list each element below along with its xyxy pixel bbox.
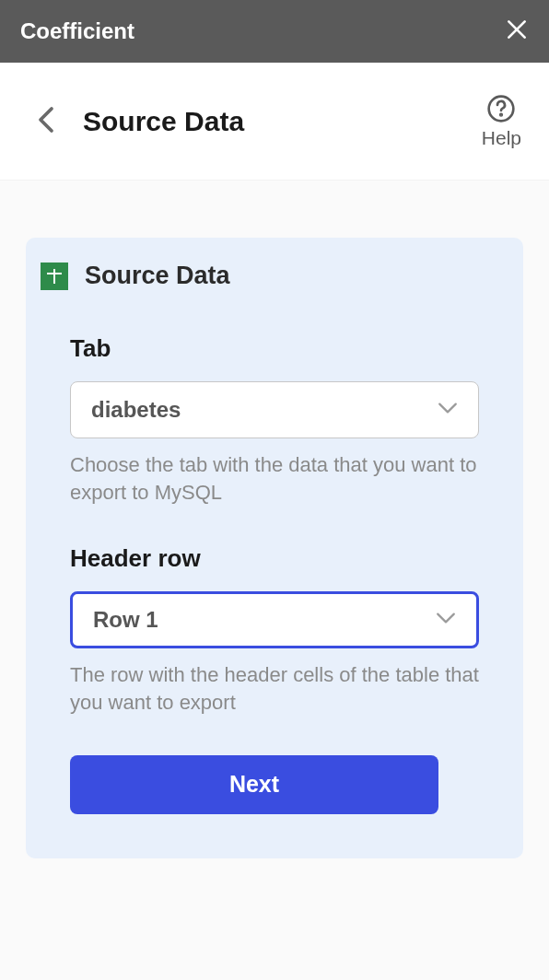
close-icon[interactable] bbox=[505, 18, 529, 45]
help-button[interactable]: Help bbox=[482, 94, 521, 149]
tab-helper-text: Choose the tab with the data that you wa… bbox=[70, 451, 479, 506]
back-icon[interactable] bbox=[37, 106, 55, 137]
next-button-label: Next bbox=[229, 771, 279, 798]
help-label: Help bbox=[482, 127, 521, 149]
tab-select-value: diabetes bbox=[91, 397, 181, 423]
tab-select[interactable]: diabetes bbox=[70, 381, 479, 438]
tab-label: Tab bbox=[70, 334, 479, 363]
next-button[interactable]: Next bbox=[70, 755, 438, 814]
header-row-helper-text: The row with the header cells of the tab… bbox=[70, 661, 479, 716]
card-title: Source Data bbox=[85, 262, 230, 290]
source-data-card: Source Data Tab diabetes Choose the tab … bbox=[26, 238, 523, 858]
header-row-select-value: Row 1 bbox=[93, 607, 158, 633]
chevron-down-icon bbox=[438, 402, 458, 418]
card-header: Source Data bbox=[41, 262, 479, 290]
page-header: Source Data Help bbox=[0, 63, 549, 181]
sheet-icon bbox=[41, 262, 68, 290]
body-area: Source Data Tab diabetes Choose the tab … bbox=[0, 181, 549, 980]
app-title: Coefficient bbox=[20, 18, 134, 44]
header-row-select[interactable]: Row 1 bbox=[70, 591, 479, 648]
page-title: Source Data bbox=[83, 106, 482, 137]
titlebar: Coefficient bbox=[0, 0, 549, 63]
svg-point-3 bbox=[501, 113, 503, 115]
help-icon bbox=[486, 94, 516, 123]
header-row-label: Header row bbox=[70, 544, 479, 573]
chevron-down-icon bbox=[436, 612, 456, 628]
